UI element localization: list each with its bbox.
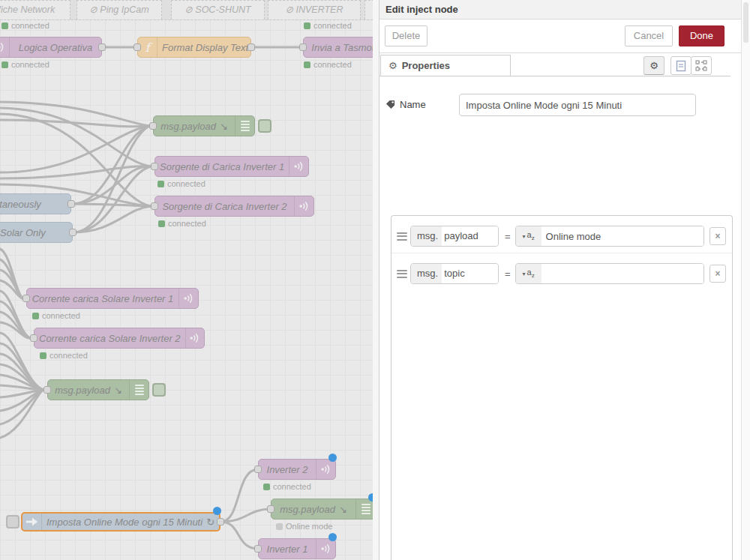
node-status: connected [40, 351, 88, 360]
name-input[interactable] [459, 94, 696, 116]
property-row-topic: msg.topic=▾az× [392, 253, 732, 290]
workspace-tab-partial[interactable]: ⊘ [364, 0, 373, 19]
wire[interactable] [0, 280, 22, 298]
antenna-icon [320, 463, 332, 475]
node-icon-region [316, 539, 335, 559]
value-input-payload[interactable] [542, 226, 704, 246]
document-icon [676, 60, 686, 72]
debug-toggle-button[interactable] [152, 383, 166, 397]
flow-canvas[interactable]: Logica OperativafFormat Display TextInvi… [0, 0, 373, 560]
delete-button[interactable]: Delete [385, 25, 428, 46]
debug-list-icon [135, 385, 144, 395]
workspace-tab-inverter[interactable]: ⊘ INVERTER [268, 0, 361, 19]
changed-indicator [328, 533, 337, 541]
remove-row-button[interactable]: × [710, 227, 726, 245]
input-port[interactable] [151, 202, 158, 210]
wire[interactable] [0, 126, 149, 172]
input-port[interactable] [151, 163, 158, 170]
flow-node-corrente-carica-solare-inverter-2[interactable]: Corrente carica Solare Inverter 2 [34, 328, 205, 349]
node-icon-region [289, 157, 308, 176]
value-input-topic[interactable] [542, 264, 704, 283]
properties-icon-button[interactable]: ⚙ [644, 56, 664, 75]
flow-node-invia-a-tasmota[interactable]: Invia a Tasmota [303, 37, 373, 58]
panel-scrollbar[interactable] [741, 0, 750, 560]
output-port[interactable] [68, 200, 75, 208]
wire[interactable] [0, 114, 151, 206]
drag-handle-icon[interactable] [397, 232, 407, 241]
msg-property-field[interactable]: msg.payload [410, 226, 499, 247]
description-icon-button[interactable] [670, 56, 692, 75]
status-text: connected [11, 60, 50, 69]
string-type-icon: az [527, 268, 535, 279]
output-port[interactable] [98, 43, 106, 51]
done-button[interactable]: Done [679, 25, 724, 46]
antenna-icon [0, 41, 6, 53]
flow-node-simultaneously[interactable]: multaneously [0, 193, 71, 214]
output-port[interactable] [248, 43, 255, 51]
send-icon: ↘ [339, 504, 347, 515]
input-port[interactable] [22, 295, 30, 302]
type-select[interactable]: ▾az [516, 226, 542, 246]
drag-handle-icon[interactable] [397, 270, 407, 278]
tray-resize-handle[interactable] [373, 0, 380, 560]
node-icon-region [0, 37, 10, 57]
input-port[interactable] [134, 43, 141, 51]
status-dot [304, 22, 310, 29]
flow-node-sorgente-di-carica-inverter-2[interactable]: Sorgente di Carica Inverter 2 [154, 196, 314, 217]
flow-node-sorgente-di-carica-inverter-1[interactable]: Sorgente di Carica Inverter 1 [154, 156, 309, 177]
appearance-icon-button[interactable] [691, 56, 712, 75]
flow-node-format-display-text[interactable]: fFormat Display Text [137, 37, 251, 58]
workspace-tab-verifiche-network[interactable]: Verifiche Network [0, 0, 70, 19]
status-dot [2, 61, 8, 68]
input-port[interactable] [30, 334, 38, 342]
node-icon-region [129, 380, 148, 400]
status-text: connected [50, 351, 88, 360]
cancel-button[interactable]: Cancel [625, 25, 673, 46]
antenna-icon [183, 292, 195, 304]
output-port[interactable] [69, 229, 76, 236]
flow-node-inverter-1[interactable]: Inverter 1 [258, 538, 336, 559]
input-port[interactable] [254, 466, 262, 473]
input-port[interactable] [149, 122, 157, 130]
property-name[interactable]: topic [442, 264, 498, 283]
type-select[interactable]: ▾az [516, 264, 542, 283]
flow-node-imposta-online-mode[interactable]: Imposta Online Mode ogni 15 Minuti↻ [21, 512, 220, 532]
scrollbar-thumb[interactable] [743, 2, 748, 43]
tab-properties-label: Properties [402, 60, 450, 71]
workspace-tab-soc-shunt[interactable]: ⊘ SOC-SHUNT [171, 0, 265, 19]
inject-props-list: msg.payload=▾az×msg.topic=▾az× [391, 215, 733, 560]
equals-sign: = [505, 231, 511, 242]
msg-property-field[interactable]: msg.topic [410, 263, 499, 284]
function-icon: f [146, 40, 150, 55]
inject-trigger-button[interactable] [6, 515, 20, 529]
input-port[interactable] [299, 43, 307, 51]
input-port[interactable] [254, 545, 262, 553]
debug-toggle-button[interactable] [258, 119, 272, 133]
node-label: msg.payload↘ [48, 380, 129, 400]
input-port[interactable] [44, 386, 51, 394]
antenna-icon [320, 543, 332, 555]
equals-sign: = [505, 268, 511, 280]
status-text: connected [42, 311, 80, 320]
remove-row-button[interactable]: × [710, 265, 726, 283]
flow-node-corrente-carica-solare-inverter-1[interactable]: Corrente carica Solare Inverter 1 [26, 288, 199, 309]
workspace-tab-ping-ipcam[interactable]: ⊘ Ping IpCam [76, 0, 162, 19]
property-name[interactable]: payload [442, 226, 498, 246]
flow-node-msg-payload-bottom[interactable]: msg.payload↘ [271, 499, 373, 520]
editor-tabs-row: ⚙ Properties ⚙ [380, 53, 730, 76]
wire[interactable] [220, 522, 258, 549]
status-dot [2, 22, 8, 29]
flow-node-msg-payload-mid[interactable]: msg.payload↘ [47, 379, 149, 400]
flow-node-activate-solar-only[interactable]: ate Solar Only [0, 222, 73, 243]
tab-properties[interactable]: ⚙ Properties [380, 55, 511, 76]
flow-node-msg-payload-top[interactable]: msg.payload↘ [153, 115, 255, 136]
output-port[interactable] [217, 518, 224, 526]
node-status: connected [304, 60, 352, 69]
send-icon: ↘ [220, 121, 228, 132]
debug-list-icon [241, 121, 250, 131]
status-text: connected [314, 60, 352, 69]
input-port[interactable] [267, 505, 274, 513]
status-dot [304, 61, 310, 68]
flow-node-logica-operativa[interactable]: Logica Operativa [0, 37, 102, 58]
flow-node-inverter-2[interactable]: Inverter 2 [258, 459, 336, 480]
